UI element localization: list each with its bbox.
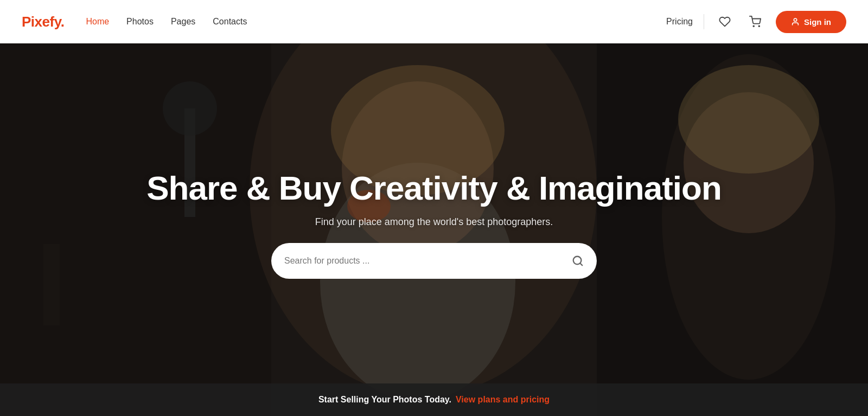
- cart-icon: [749, 16, 761, 28]
- hero-section: Share & Buy Creativity & Imagination Fin…: [0, 0, 868, 416]
- svg-line-19: [580, 263, 582, 265]
- svg-point-2: [794, 18, 796, 21]
- wishlist-button[interactable]: [715, 12, 735, 31]
- svg-point-1: [758, 25, 760, 27]
- heart-icon: [719, 16, 731, 28]
- search-icon: [572, 255, 584, 267]
- logo-dot: .: [61, 14, 65, 30]
- navbar-right: Pricing Sign in: [666, 11, 846, 33]
- bottom-bar-static-text: Start Selling Your Photos Today.: [318, 395, 451, 405]
- navbar: Pixefy. Home Photos Pages Contacts Prici…: [0, 0, 868, 43]
- pricing-link[interactable]: Pricing: [666, 17, 693, 27]
- nav-link-contacts[interactable]: Contacts: [213, 17, 247, 27]
- search-bar: [271, 243, 597, 279]
- logo-text: Pixefy: [22, 14, 61, 30]
- logo[interactable]: Pixefy.: [22, 14, 64, 30]
- bottom-bar-link[interactable]: View plans and pricing: [456, 395, 550, 405]
- signin-label: Sign in: [804, 17, 831, 27]
- nav-link-home[interactable]: Home: [86, 17, 109, 27]
- hero-title: Share & Buy Creativity & Imagination: [146, 170, 722, 207]
- nav-link-pages[interactable]: Pages: [171, 17, 195, 27]
- search-input[interactable]: [284, 256, 566, 266]
- nav-link-photos[interactable]: Photos: [126, 17, 154, 27]
- navbar-left: Pixefy. Home Photos Pages Contacts: [22, 14, 247, 30]
- search-icon-wrap: [572, 255, 584, 267]
- nav-links: Home Photos Pages Contacts: [86, 17, 247, 27]
- bottom-bar: Start Selling Your Photos Today. View pl…: [0, 383, 868, 416]
- cart-button[interactable]: [745, 12, 765, 31]
- nav-divider: [704, 14, 704, 29]
- user-icon: [791, 17, 800, 26]
- svg-point-0: [753, 25, 754, 27]
- hero-content: Share & Buy Creativity & Imagination Fin…: [146, 170, 722, 279]
- signin-button[interactable]: Sign in: [776, 11, 846, 33]
- hero-subtitle: Find your place among the world's best p…: [315, 216, 553, 228]
